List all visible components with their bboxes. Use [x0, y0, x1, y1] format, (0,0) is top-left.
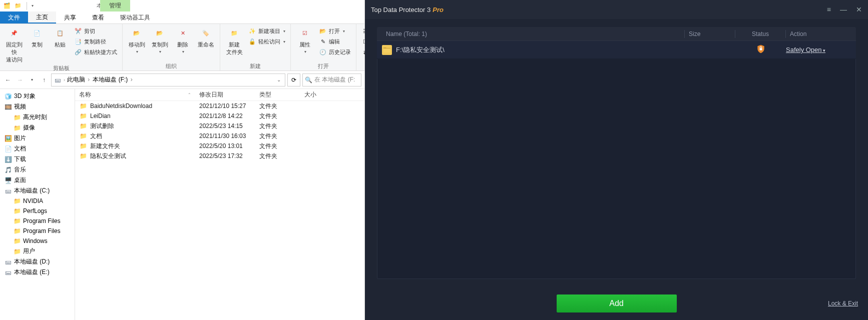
breadcrumb[interactable]: 此电脑	[67, 76, 91, 84]
tree-item[interactable]: 🎞️视频	[0, 102, 75, 112]
tree-item[interactable]: 📁Program Files	[0, 216, 75, 226]
picture-icon: 🖼️	[4, 134, 12, 142]
menu-icon[interactable]: ≡	[827, 6, 831, 14]
rename-button[interactable]: 🏷️重命名	[195, 25, 217, 50]
history-button[interactable]: 🕘历史记录	[317, 47, 353, 57]
easy-access-button[interactable]: 🔓轻松访问	[246, 36, 287, 46]
file-list[interactable]: 名称⌃ 修改日期 类型 大小 📁BaiduNetdiskDownload2021…	[75, 89, 364, 320]
tab-view[interactable]: 查看	[84, 12, 112, 24]
drive-icon: 🖴	[4, 258, 12, 266]
tree-item[interactable]: 📁摄像	[0, 122, 75, 133]
music-icon: 🎵	[4, 166, 12, 174]
search-input[interactable]: 🔍 在 本地磁盘 (F:	[302, 74, 361, 86]
cut-button[interactable]: ✂️剪切	[72, 26, 119, 36]
tab-share[interactable]: 共享	[56, 12, 84, 24]
tab-drive-tools[interactable]: 驱动器工具	[112, 12, 158, 24]
file-row[interactable]: 📁新建文件夹2022/5/20 13:01文件夹	[75, 141, 364, 151]
pin-icon: 📌	[7, 26, 21, 40]
nav-recent-icon[interactable]: ▾	[27, 75, 37, 85]
pin-to-quick-access-button[interactable]: 📌固定到快 速访问	[3, 25, 25, 64]
tab-file[interactable]: 文件	[0, 12, 28, 24]
qat-dropdown-icon[interactable]: ▾	[32, 4, 34, 8]
open-button[interactable]: 📂打开	[317, 26, 353, 36]
tree-item[interactable]: 📁Program Files	[0, 226, 75, 236]
tdp-titlebar[interactable]: Top Data Protector 3 Pro ≡ — ✕	[365, 0, 868, 19]
address-dropdown-icon[interactable]: ⌄	[275, 77, 283, 82]
tree-item[interactable]: 🖴本地磁盘 (D:)	[0, 256, 75, 267]
tree-item[interactable]: 📁NVIDIA	[0, 196, 75, 206]
new-item-button[interactable]: ✨新建项目	[246, 26, 287, 36]
tree-item[interactable]: 🧊3D 对象	[0, 91, 75, 102]
lock-and-exit-link[interactable]: Lock & Exit	[828, 300, 858, 307]
history-icon: 🕘	[319, 48, 327, 56]
file-list-header[interactable]: 名称⌃ 修改日期 类型 大小	[75, 89, 364, 101]
edit-button[interactable]: ✎编辑	[317, 36, 353, 46]
app-title: Top Data Protector 3	[371, 6, 430, 14]
tree-item[interactable]: 📁用户	[0, 246, 75, 256]
group-label: 新建	[223, 62, 287, 70]
refresh-button[interactable]: ⟳	[287, 74, 300, 86]
col-name-header[interactable]: Name (Total: 1)	[382, 30, 684, 38]
qat-folder-icon[interactable]: 📁	[14, 2, 22, 10]
minimize-icon[interactable]: —	[840, 6, 847, 14]
tree-item[interactable]: 📁PerfLogs	[0, 206, 75, 216]
nav-forward-button[interactable]: →	[15, 75, 25, 85]
col-action-header[interactable]: Action	[786, 30, 851, 38]
delete-button[interactable]: ✕删除	[172, 25, 194, 55]
file-type: 文件夹	[255, 132, 300, 140]
tree-item[interactable]: 🖴本地磁盘 (E:)	[0, 267, 75, 278]
copy-icon: 📄	[30, 26, 44, 40]
move-to-button[interactable]: 📂移动到	[126, 25, 148, 55]
col-size-header[interactable]: 大小	[300, 90, 340, 99]
file-row[interactable]: 📁文档2021/11/30 16:03文件夹	[75, 131, 364, 141]
paste-button[interactable]: 📋粘贴	[49, 25, 71, 50]
tree-item[interactable]: 📁Windows	[0, 236, 75, 246]
file-row[interactable]: 📁隐私安全测试2022/5/23 17:32文件夹	[75, 151, 364, 161]
tree-item-label: Program Files	[23, 218, 61, 224]
protected-item-row[interactable]: F:\隐私安全测试\Safely Open	[377, 41, 856, 59]
group-label: 打开	[294, 62, 353, 70]
tab-home[interactable]: 主页	[28, 12, 56, 24]
copy-to-button[interactable]: 📂复制到	[149, 25, 171, 55]
address-bar[interactable]: 🖴 › 此电脑 本地磁盘 (F:) ⌄	[51, 74, 285, 86]
file-row[interactable]: 📁LeiDian2021/12/8 14:22文件夹	[75, 111, 364, 121]
ribbon-group-new: 📁新建 文件夹 ✨新建项目 🔓轻松访问 新建	[220, 24, 291, 70]
col-type-header[interactable]: 类型	[255, 90, 300, 99]
tree-item[interactable]: 🖴本地磁盘 (C:)	[0, 186, 75, 196]
file-row[interactable]: 📁BaiduNetdiskDownload2021/12/10 15:27文件夹	[75, 101, 364, 111]
folder-icon: 📁	[13, 207, 21, 215]
file-type: 文件夹	[255, 152, 300, 160]
col-name-header[interactable]: 名称⌃	[75, 90, 195, 99]
copy-button[interactable]: 📄复制	[26, 25, 48, 50]
col-size-header[interactable]: Size	[685, 30, 735, 38]
nav-back-button[interactable]: ←	[3, 75, 13, 85]
col-status-header[interactable]: Status	[735, 30, 785, 38]
tree-item[interactable]: 🎵音乐	[0, 164, 75, 175]
add-button[interactable]: Add	[557, 294, 677, 312]
new-folder-button[interactable]: 📁新建 文件夹	[223, 25, 245, 57]
tdp-list-empty-area[interactable]	[377, 59, 856, 279]
breadcrumb[interactable]: 本地磁盘 (F:)	[93, 76, 133, 84]
close-icon[interactable]: ✕	[856, 6, 862, 14]
cut-icon: ✂️	[74, 27, 82, 35]
safely-open-action[interactable]: Safely Open	[786, 46, 825, 54]
file-row[interactable]: 📁测试删除2022/5/23 14:15文件夹	[75, 121, 364, 131]
paste-shortcut-button[interactable]: 🔗粘贴快捷方式	[72, 47, 119, 57]
nav-up-button[interactable]: ↑	[39, 75, 49, 85]
col-date-header[interactable]: 修改日期	[195, 90, 255, 99]
nav-tree[interactable]: 🧊3D 对象🎞️视频📁高光时刻📁摄像🖼️图片📄文档⬇️下载🎵音乐🖥️桌面🖴本地磁…	[0, 89, 75, 320]
tree-item[interactable]: 📁高光时刻	[0, 112, 75, 122]
easy-access-icon: 🔓	[248, 38, 256, 46]
ribbon-context-label: 管理	[100, 0, 130, 12]
tree-item[interactable]: 🖼️图片	[0, 133, 75, 144]
file-type: 文件夹	[255, 102, 300, 110]
file-name: 文档	[90, 132, 102, 140]
tree-item[interactable]: ⬇️下载	[0, 154, 75, 164]
tree-item[interactable]: 📄文档	[0, 144, 75, 154]
folder-icon: 📁	[79, 142, 87, 150]
copy-path-button[interactable]: 📑复制路径	[72, 36, 119, 46]
properties-button[interactable]: ☑属性	[294, 25, 316, 55]
file-date: 2022/5/23 17:32	[195, 152, 255, 160]
tree-item[interactable]: 🖥️桌面	[0, 175, 75, 186]
explorer-main: 🧊3D 对象🎞️视频📁高光时刻📁摄像🖼️图片📄文档⬇️下载🎵音乐🖥️桌面🖴本地磁…	[0, 89, 364, 320]
